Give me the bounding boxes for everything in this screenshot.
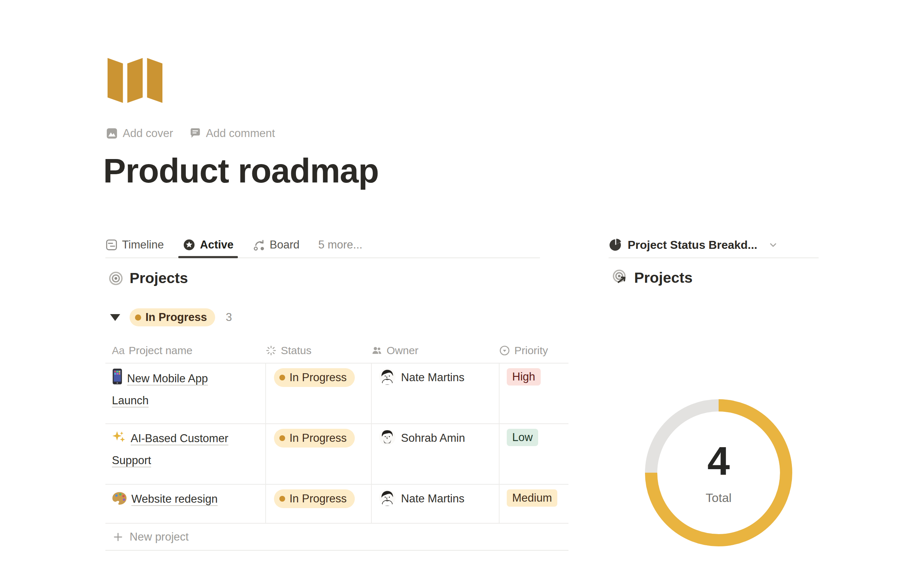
status-dot-icon: [135, 314, 141, 321]
palette-icon: [112, 492, 127, 511]
priority-pill[interactable]: High: [507, 368, 541, 385]
table-row-cell-name[interactable]: New Mobile App Launch: [105, 363, 265, 423]
new-project-label: New project: [129, 530, 189, 543]
add-cover-label: Add cover: [123, 127, 173, 140]
right-tab-label: Project Status Breakd...: [628, 239, 757, 252]
status-pill[interactable]: In Progress: [274, 429, 355, 448]
column-header-priority[interactable]: Priority: [499, 338, 569, 363]
project-link[interactable]: New Mobile App Launch: [112, 372, 208, 407]
status-dot-icon: [279, 496, 285, 501]
group-status-label: In Progress: [145, 311, 207, 324]
status-pill[interactable]: In Progress: [274, 489, 355, 508]
projects-section-header: Projects: [108, 270, 188, 287]
priority-pill[interactable]: Medium: [507, 489, 557, 507]
owner-name: Sohrab Amin: [401, 429, 465, 445]
column-label: Project name: [129, 344, 192, 357]
add-comment-button[interactable]: Add comment: [189, 127, 275, 140]
group-row-in-progress: In Progress 3: [110, 308, 232, 326]
table-row-cell-status: In Progress: [265, 484, 371, 523]
column-label: Priority: [514, 344, 548, 357]
status-label: In Progress: [289, 492, 347, 505]
collapse-toggle-icon[interactable]: [110, 314, 120, 321]
owner-name: Nate Martins: [401, 489, 465, 505]
spinner-icon: [265, 345, 277, 356]
column-header-project-name[interactable]: Aa Project name: [105, 338, 265, 363]
group-count: 3: [226, 311, 232, 324]
tab-project-status-breakdown[interactable]: Project Status Breakd...: [609, 239, 778, 252]
table-row-cell-status: In Progress: [265, 423, 371, 484]
sparkles-icon: [112, 430, 126, 451]
comment-icon: [189, 127, 201, 140]
active-tab-underline: [178, 256, 238, 258]
target-arrow-icon: [611, 269, 630, 287]
star-icon: [183, 239, 195, 251]
table-row-cell-owner: Sohrab Amin: [371, 423, 499, 484]
table-row-cell-priority: High: [499, 363, 569, 423]
avatar-nate-martins[interactable]: [379, 489, 396, 506]
add-comment-label: Add comment: [206, 127, 275, 140]
table-header-row: Aa Project name Status Owner: [105, 338, 569, 363]
table-row-cell-priority: Medium: [499, 484, 569, 523]
column-label: Status: [281, 344, 312, 357]
table-row-cell-priority: Low: [499, 423, 569, 484]
tab-timeline-label: Timeline: [122, 239, 164, 251]
table-row-cell-owner: Nate Martins: [371, 363, 499, 423]
status-donut-chart[interactable]: [645, 399, 793, 547]
table-row-cell-name[interactable]: AI-Based Customer Support: [105, 423, 265, 484]
projects-section-title: Projects: [129, 270, 188, 287]
column-header-status[interactable]: Status: [265, 338, 371, 363]
projects-table: Aa Project name Status Owner: [105, 338, 569, 551]
column-header-owner[interactable]: Owner: [371, 338, 499, 363]
column-label: Owner: [386, 344, 418, 357]
mobile-phone-icon: [112, 368, 123, 391]
status-dot-icon: [279, 435, 285, 441]
owner-name: Nate Martins: [401, 368, 465, 384]
pie-chart-icon: [609, 239, 622, 252]
table-row-cell-name[interactable]: Website redesign: [105, 484, 265, 523]
priority-pill[interactable]: Low: [507, 429, 538, 446]
tab-timeline[interactable]: Timeline: [105, 232, 164, 258]
map-icon: [108, 54, 162, 105]
table-row-cell-owner: Nate Martins: [371, 484, 499, 523]
status-label: In Progress: [289, 432, 347, 445]
tab-active-label: Active: [200, 239, 234, 251]
avatar-nate-martins[interactable]: [379, 368, 396, 385]
picture-icon: [106, 127, 118, 140]
plus-icon: [113, 532, 123, 542]
target-icon: [108, 271, 123, 286]
project-link[interactable]: AI-Based Customer Support: [112, 432, 228, 467]
timeline-view-icon: [105, 239, 118, 251]
new-project-button[interactable]: New project: [105, 523, 569, 551]
status-pill[interactable]: In Progress: [274, 368, 355, 387]
priority-icon: [499, 345, 510, 356]
more-views-button[interactable]: 5 more...: [318, 239, 362, 251]
tab-active[interactable]: Active: [183, 232, 234, 258]
status-label: In Progress: [289, 371, 347, 384]
text-icon: Aa: [112, 345, 124, 357]
add-cover-button[interactable]: Add cover: [106, 127, 173, 140]
avatar-sohrab-amin[interactable]: [379, 429, 396, 445]
page-icon-map[interactable]: [108, 54, 162, 105]
linked-projects-header: Projects: [611, 269, 693, 287]
group-status-pill[interactable]: In Progress: [129, 308, 215, 326]
status-dot-icon: [279, 375, 285, 380]
board-view-icon: [252, 239, 265, 251]
tab-board[interactable]: Board: [252, 232, 300, 258]
project-link[interactable]: Website redesign: [131, 493, 218, 505]
page-actions: Add cover Add comment: [106, 127, 275, 140]
table-row-cell-status: In Progress: [265, 363, 371, 423]
page-title: Product roadmap: [103, 152, 379, 190]
chevron-down-icon[interactable]: [768, 240, 778, 250]
linked-projects-title: Projects: [634, 269, 693, 286]
people-icon: [371, 345, 383, 356]
tab-board-label: Board: [270, 239, 300, 251]
view-tabs: Timeline Active Board 5 more...: [105, 232, 540, 258]
right-view-tabs: Project Status Breakd...: [609, 232, 819, 258]
table-body: New Mobile App Launch In Progress Nate M…: [105, 363, 569, 551]
